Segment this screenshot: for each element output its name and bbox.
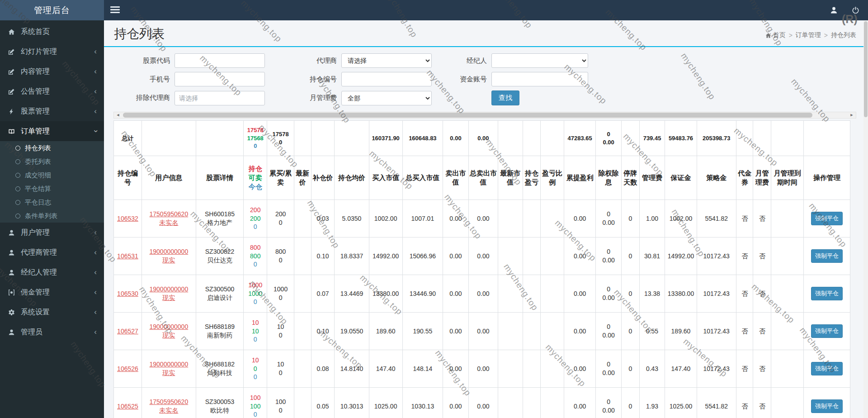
totals-action [804, 121, 850, 156]
user-link[interactable]: 现实 [162, 294, 175, 301]
sidebar-item-notice[interactable]: 公告管理‹ [0, 81, 104, 101]
vertical-scrollbar-thumb[interactable] [864, 21, 868, 117]
sidebar-subitem-close-log[interactable]: 平仓日志 [0, 195, 104, 209]
user-link[interactable]: 19000000000 [150, 323, 189, 330]
suspend-days-cell: 0 [622, 313, 640, 350]
phone-input[interactable] [175, 72, 265, 86]
buy-value-cell: 1025.00 [369, 388, 402, 418]
edit-icon [8, 88, 21, 95]
total-sell-value-cell: 0.00 [468, 238, 498, 275]
sidebar-item-stock[interactable]: 股票管理‹ [0, 101, 104, 121]
positions-table: 总计17578175680175780160371.90160648.830.0… [113, 120, 850, 418]
user-link[interactable]: 17505950620 [150, 210, 189, 218]
chevron-left-icon: ‹ [94, 87, 97, 96]
position-id-link[interactable]: 106526 [117, 365, 138, 372]
sidebar-item-agents[interactable]: 代理商管理‹ [0, 242, 104, 262]
position-id-link[interactable]: 106525 [117, 403, 138, 410]
force-close-button[interactable]: 强制平仓 [811, 324, 843, 338]
sidebar-item-label: 管理员 [21, 328, 94, 337]
sidebar-item-slides[interactable]: 幻灯片管理‹ [0, 42, 104, 62]
scroll-left-arrow[interactable]: ◄ [114, 112, 122, 118]
sidebar-subitem-close-settle[interactable]: 平仓结算 [0, 182, 104, 195]
sidebar-item-brokers[interactable]: 经纪人管理‹ [0, 262, 104, 282]
latest-price-cell [294, 275, 311, 313]
avg-price-cell: 5.0350 [335, 200, 369, 238]
force-close-button[interactable]: 强制平仓 [811, 362, 843, 375]
sidebar-item-admins[interactable]: 管理员‹ [0, 322, 104, 342]
position-id-link[interactable]: 106527 [117, 328, 138, 335]
stock-code-input[interactable] [175, 53, 265, 68]
broker-select[interactable] [491, 53, 588, 68]
vertical-scrollbar[interactable] [863, 20, 868, 418]
monthly-expire-cell [771, 388, 804, 418]
sidebar-item-settings[interactable]: 系统设置‹ [0, 302, 104, 322]
position-id-link[interactable]: 106532 [117, 215, 138, 222]
user-link[interactable]: 未实名 [159, 407, 178, 414]
edit-icon [8, 48, 21, 55]
circle-icon [15, 214, 20, 218]
sidebar-subitem-label: 持仓列表 [25, 144, 51, 152]
breadcrumb-separator: > [824, 32, 828, 39]
force-close-button[interactable]: 强制平仓 [811, 399, 843, 413]
mgmt-fee-cell: 0.55 [639, 313, 665, 350]
cover-price-cell: 0.05 [311, 388, 335, 418]
user-link[interactable]: 17505950620 [150, 398, 189, 405]
breadcrumb-item[interactable]: 订单管理 [796, 31, 821, 39]
user-link[interactable]: 现实 [162, 256, 175, 264]
latest-price-cell [294, 350, 311, 388]
position-id-input[interactable] [341, 72, 432, 86]
sidebar-subitem-condition-orders[interactable]: 条件单列表 [0, 209, 104, 223]
sidebar-item-home[interactable]: 系统首页 [0, 22, 104, 42]
scroll-right-arrow[interactable]: ► [848, 112, 856, 118]
col-header-withdrawn-profit: 累提盈利 [564, 156, 596, 200]
breadcrumb-item[interactable]: 首页 [765, 31, 786, 39]
force-close-button[interactable]: 强制平仓 [811, 249, 843, 263]
user-icon[interactable] [830, 6, 838, 14]
monthly-fee-cell: 否 [753, 388, 771, 418]
total-buy-value-cell: 1030.13 [402, 388, 443, 418]
col-header-voucher: 代金券 [736, 156, 753, 200]
search-button[interactable]: 查找 [491, 90, 519, 105]
sell-value-cell: 0.00 [443, 350, 469, 388]
dividend-cell: 00.00 [596, 388, 622, 418]
position-id-link[interactable]: 106530 [117, 290, 138, 297]
sidebar-subitem-positions[interactable]: 持仓列表 [0, 141, 104, 155]
sidebar-item-orders[interactable]: 订单管理‹ [0, 121, 104, 141]
sidebar-subitem-entrusts[interactable]: 委托列表 [0, 155, 104, 168]
user-link[interactable]: 现实 [162, 369, 175, 376]
user-link[interactable]: 未实名 [159, 219, 178, 226]
totals-strategy-fund: 205398.73 [697, 121, 736, 156]
bolt-icon [8, 108, 21, 115]
app-logo[interactable]: 管理后台 [0, 0, 104, 20]
fund-account-input[interactable] [491, 72, 588, 86]
sidebar-item-commission[interactable]: 佣金管理‹ [0, 282, 104, 302]
user-link[interactable]: 19000000000 [150, 248, 189, 255]
user-cell: 17505950620未实名 [142, 388, 196, 418]
sidebar-item-content[interactable]: 内容管理‹ [0, 62, 104, 81]
power-icon[interactable] [852, 6, 860, 14]
user-link[interactable]: 现实 [162, 332, 175, 339]
force-close-button[interactable]: 强制平仓 [811, 212, 843, 225]
topbar-actions [830, 0, 860, 20]
sidebar-toggle-icon[interactable] [110, 6, 120, 14]
scrollbar-track[interactable] [122, 112, 848, 118]
sidebar-subitem-deals[interactable]: 成交明细 [0, 168, 104, 182]
voucher-cell: 否 [736, 275, 753, 313]
sidebar-item-users[interactable]: 用户管理‹ [0, 223, 104, 242]
sidebar-item-label: 系统设置 [21, 308, 94, 317]
user-link[interactable]: 19000000000 [150, 285, 189, 293]
totals-suspend-days [622, 121, 640, 156]
force-close-button[interactable]: 强制平仓 [811, 287, 843, 300]
monthly-expire-cell [771, 350, 804, 388]
pl-ratio-cell [541, 350, 564, 388]
sell-value-cell: 0.00 [443, 388, 469, 418]
position-id-label: 持仓编号 [271, 75, 341, 84]
position-id-link[interactable]: 106531 [117, 252, 138, 260]
monthly-fee-select[interactable]: 全部 [341, 91, 432, 105]
scrollbar-thumb[interactable] [123, 113, 812, 118]
agent-select[interactable]: 请选择 [341, 53, 432, 68]
user-link[interactable]: 19000000000 [150, 361, 189, 368]
withdrawn-profit-cell: 0.00 [564, 275, 596, 313]
horizontal-scrollbar[interactable]: ◄ ► [113, 112, 856, 119]
exclude-agent-input[interactable] [175, 91, 265, 105]
